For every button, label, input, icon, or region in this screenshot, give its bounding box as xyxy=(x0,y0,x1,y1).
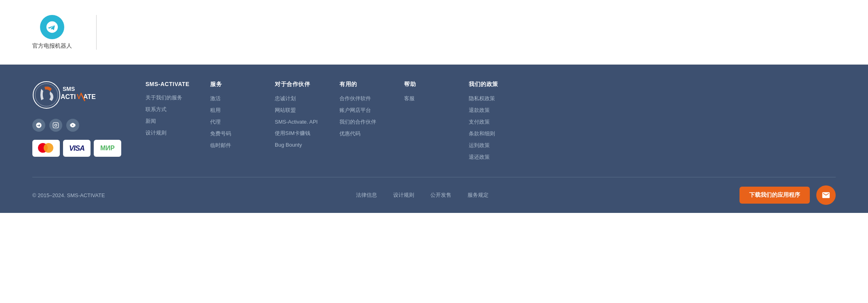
list-item: 使用SIM卡赚钱 xyxy=(275,129,323,137)
footer-col-sms-activate: SMS-ACTIVATE 关于我们的服务 联系方式 新闻 设计规则 xyxy=(145,81,194,165)
col-title-sms-activate: SMS-ACTIVATE xyxy=(145,81,194,87)
list-item: 账户网店平台 xyxy=(339,106,388,114)
public-offer-link[interactable]: 公开发售 xyxy=(430,191,451,199)
footer-main: SMS ACTI ATE V xyxy=(32,81,836,177)
svg-rect-7 xyxy=(53,122,58,128)
svg-text:ACTI: ACTI xyxy=(61,93,76,100)
footer-col-help: 帮助 客服 xyxy=(404,81,453,165)
telegram-icon xyxy=(40,15,64,39)
services-links: 激活 租用 代理 免费号码 临时邮件 xyxy=(210,95,259,149)
svg-text:ATE: ATE xyxy=(83,93,96,100)
list-item: Bug Bounty xyxy=(275,141,323,148)
list-item: SMS-Activate. API xyxy=(275,118,323,125)
telegram-social-icon[interactable] xyxy=(32,119,45,132)
payment-policy-link[interactable]: 支付政策 xyxy=(469,119,490,125)
list-item: 隐私权政策 xyxy=(469,95,517,102)
about-services-link[interactable]: 关于我们的服务 xyxy=(145,95,182,101)
temp-mail-link[interactable]: 临时邮件 xyxy=(210,142,231,148)
partners-links: 忠诚计划 网站联盟 SMS-Activate. API 使用SIM卡赚钱 Bug… xyxy=(275,95,323,148)
footer-bottom: © 2015–2024. SMS-ACTIVATE 法律信息 设计规则 公开发售… xyxy=(32,177,836,213)
download-app-button[interactable]: 下载我们的应用程序 xyxy=(739,187,810,204)
footer-col-services: 服务 激活 租用 代理 免费号码 临时邮件 xyxy=(210,81,259,165)
list-item: 联系方式 xyxy=(145,105,194,113)
social-icons xyxy=(32,119,121,132)
privacy-policy-link[interactable]: 隐私权政策 xyxy=(469,95,495,101)
design-rules-bottom-link[interactable]: 设计规则 xyxy=(393,191,414,199)
mail-button[interactable] xyxy=(816,185,836,205)
footer-bottom-right: 下载我们的应用程序 xyxy=(739,185,836,205)
shipping-policy-link[interactable]: 运到政策 xyxy=(469,142,490,148)
svg-point-0 xyxy=(33,82,60,108)
list-item: 代理 xyxy=(210,118,259,126)
footer-brand: SMS ACTI ATE V xyxy=(32,81,121,165)
list-item: 合作伙伴软件 xyxy=(339,95,388,102)
visa-icon: VISA xyxy=(63,140,91,157)
copyright-text: © 2015–2024. SMS-ACTIVATE xyxy=(32,192,105,198)
bug-bounty-link[interactable]: Bug Bounty xyxy=(275,142,302,148)
list-item: 新闻 xyxy=(145,117,194,125)
partner-software-link[interactable]: 合作伙伴软件 xyxy=(339,95,371,101)
top-section: 官方电报机器人 xyxy=(0,0,868,65)
list-item: 设计规则 xyxy=(145,129,194,137)
svg-text:V: V xyxy=(77,93,81,100)
svg-point-9 xyxy=(57,124,57,124)
list-item: 优惠代码 xyxy=(339,130,388,137)
col-title-partners: 对于合作伙伴 xyxy=(275,81,323,88)
footer: SMS ACTI ATE V xyxy=(0,65,868,213)
list-item: 忠诚计划 xyxy=(275,95,323,102)
list-item: 条款和细则 xyxy=(469,130,517,137)
telegram-bot[interactable]: 官方电报机器人 xyxy=(32,15,97,50)
list-item: 免费号码 xyxy=(210,130,259,137)
svg-text:SMS: SMS xyxy=(63,86,75,92)
telegram-label: 官方电报机器人 xyxy=(32,42,72,50)
loyalty-link[interactable]: 忠诚计划 xyxy=(275,95,296,101)
account-shop-link[interactable]: 账户网店平台 xyxy=(339,107,371,113)
refund-policy-link[interactable]: 退款政策 xyxy=(469,107,490,113)
proxy-link[interactable]: 代理 xyxy=(210,119,221,125)
footer-col-policy: 我们的政策 隐私权政策 退款政策 支付政策 条款和细则 运到政策 退还政策 xyxy=(469,81,517,165)
list-item: 关于我们的服务 xyxy=(145,94,194,101)
footer-columns: SMS-ACTIVATE 关于我们的服务 联系方式 新闻 设计规则 服务 激活 … xyxy=(145,81,836,165)
api-link[interactable]: SMS-Activate. API xyxy=(275,119,318,125)
legal-info-link[interactable]: 法律信息 xyxy=(356,191,377,199)
policy-links: 隐私权政策 退款政策 支付政策 条款和细则 运到政策 退还政策 xyxy=(469,95,517,161)
sms-activate-links: 关于我们的服务 联系方式 新闻 设计规则 xyxy=(145,94,194,137)
contact-link[interactable]: 联系方式 xyxy=(145,106,166,112)
customer-service-link[interactable]: 客服 xyxy=(404,95,415,101)
list-item: 支付政策 xyxy=(469,118,517,126)
our-partners-link[interactable]: 我们的合作伙伴 xyxy=(339,119,376,125)
earn-sim-link[interactable]: 使用SIM卡赚钱 xyxy=(275,130,310,136)
return-policy-link[interactable]: 退还政策 xyxy=(469,154,490,160)
list-item: 我们的合作伙伴 xyxy=(339,118,388,126)
footer-col-useful: 有用的 合作伙伴软件 账户网店平台 我们的合作伙伴 优惠代码 xyxy=(339,81,388,165)
footer-col-partners: 对于合作伙伴 忠诚计划 网站联盟 SMS-Activate. API 使用SIM… xyxy=(275,81,323,165)
help-links: 客服 xyxy=(404,95,453,102)
list-item: 激活 xyxy=(210,95,259,102)
list-item: 租用 xyxy=(210,106,259,114)
terms-link[interactable]: 条款和细则 xyxy=(469,130,495,137)
free-numbers-link[interactable]: 免费号码 xyxy=(210,130,231,137)
promo-code-link[interactable]: 优惠代码 xyxy=(339,130,360,137)
list-item: 退还政策 xyxy=(469,153,517,161)
youtube-social-icon[interactable] xyxy=(66,119,79,132)
activate-link[interactable]: 激活 xyxy=(210,95,221,101)
rent-link[interactable]: 租用 xyxy=(210,107,221,113)
col-title-policy: 我们的政策 xyxy=(469,81,517,88)
webmaster-link[interactable]: 网站联盟 xyxy=(275,107,296,113)
payment-icons: VISA МИР xyxy=(32,140,121,157)
col-title-help: 帮助 xyxy=(404,81,453,88)
useful-links: 合作伙伴软件 账户网店平台 我们的合作伙伴 优惠代码 xyxy=(339,95,388,137)
list-item: 网站联盟 xyxy=(275,106,323,114)
design-rules-link[interactable]: 设计规则 xyxy=(145,130,166,136)
sms-logo: SMS ACTI ATE V xyxy=(32,81,105,109)
service-terms-link[interactable]: 服务规定 xyxy=(468,191,489,199)
col-title-services: 服务 xyxy=(210,81,259,88)
list-item: 临时邮件 xyxy=(210,141,259,149)
list-item: 客服 xyxy=(404,95,453,102)
list-item: 运到政策 xyxy=(469,141,517,149)
list-item: 退款政策 xyxy=(469,106,517,114)
col-title-useful: 有用的 xyxy=(339,81,388,88)
mir-icon: МИР xyxy=(94,140,121,157)
news-link[interactable]: 新闻 xyxy=(145,118,156,124)
instagram-social-icon[interactable] xyxy=(49,119,62,132)
